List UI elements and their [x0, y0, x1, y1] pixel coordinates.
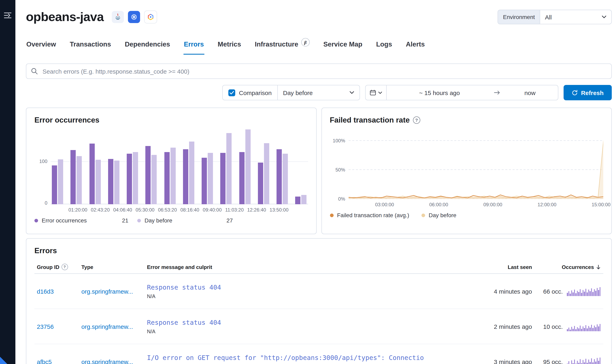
col-last-seen[interactable]: Last seen [431, 264, 532, 270]
spark-bar [598, 326, 599, 331]
col-message: Error message and culprit [147, 264, 427, 270]
bar-current [164, 152, 169, 204]
spark-bar [575, 329, 576, 331]
spark-bar [567, 293, 568, 296]
type-link[interactable]: org.springframew... [81, 288, 143, 295]
bar-current [146, 146, 151, 204]
legend-label: Failed transaction rate (avg.) [337, 212, 409, 218]
failed-rate-panel: Failed transaction rate ? 100% 50% 0% [321, 108, 612, 234]
col-label: Occurrences [562, 264, 594, 270]
group-id-link[interactable]: 23756 [37, 323, 77, 330]
group-id-link[interactable]: d16d3 [37, 288, 77, 295]
spark-bar [575, 293, 576, 296]
type-link[interactable]: org.springframew... [81, 358, 143, 364]
comparison-checkbox-wrap[interactable]: Comparison [223, 85, 278, 100]
environment-filter: Environment All [498, 10, 612, 24]
java-logo-glyph [114, 13, 122, 21]
tab-alerts[interactable]: Alerts [406, 36, 425, 55]
comparison-checkbox[interactable] [228, 89, 235, 96]
tab-label: Overview [26, 40, 56, 48]
occurrences-count: 95 occ. [543, 358, 563, 364]
nav-menu-toggle-button[interactable] [4, 11, 12, 19]
occurrences-cell: 95 occ. [536, 357, 601, 364]
errors-panel: Errors Group ID ? Type Error message and… [26, 238, 612, 364]
spark-bar [592, 292, 593, 296]
bar-group [258, 143, 269, 204]
failed-rate-legend: Failed transaction rate (avg.) Day befor… [330, 212, 603, 218]
date-range-end[interactable]: now [502, 89, 558, 96]
tab-logs[interactable]: Logs [376, 36, 393, 55]
legend-label: Day before [429, 212, 456, 218]
legend-dot [330, 213, 333, 217]
spark-bar [585, 289, 586, 296]
x-tick: 06:00:00 [429, 202, 448, 208]
tab-label: Alerts [406, 40, 425, 48]
spark-bar [600, 287, 601, 296]
spark-bar [582, 360, 583, 364]
table-row: d16d3 org.springframew... Response statu… [34, 274, 603, 309]
bar-current [183, 149, 188, 204]
spark-bar [589, 362, 590, 364]
x-tick: 13:50:00 [270, 207, 288, 213]
tab-dependencies[interactable]: Dependencies [124, 36, 170, 55]
error-search [26, 64, 612, 79]
tab-metrics[interactable]: Metrics [217, 36, 242, 55]
comparison-select[interactable]: Day before [278, 85, 359, 100]
message-cell: Response status 404 N/A [147, 318, 427, 334]
spark-bar [581, 293, 582, 296]
bar-current [52, 165, 57, 204]
spark-bar [585, 359, 586, 364]
tab-errors[interactable]: Errors [183, 36, 204, 55]
occurrences-count: 10 occ. [543, 323, 563, 330]
tab-transactions[interactable]: Transactions [69, 36, 111, 55]
spark-bar [595, 327, 596, 331]
page-header: opbeans-java [26, 0, 612, 26]
bar-group [295, 195, 307, 204]
calendar-icon [370, 89, 376, 96]
bar-group [164, 147, 176, 204]
col-occurrences[interactable]: Occurrences [536, 264, 601, 270]
spark-bar [595, 291, 596, 296]
error-message-link[interactable]: Response status 404 [147, 318, 427, 326]
tab-overview[interactable]: Overview [26, 36, 56, 55]
tab-service-map[interactable]: Service Map [323, 36, 363, 55]
last-seen: 4 minutes ago [431, 288, 532, 295]
help-icon[interactable]: ? [61, 264, 68, 270]
col-group-id: Group ID ? [37, 264, 77, 270]
spark-bar [574, 326, 575, 331]
refresh-button[interactable]: Refresh [564, 85, 612, 100]
help-icon[interactable]: ? [413, 117, 420, 124]
tab-infrastructure[interactable]: Infrastructure β [254, 36, 310, 55]
col-type: Type [81, 264, 143, 270]
legend-item[interactable]: Error occurrences 21 [34, 217, 128, 224]
type-link[interactable]: org.springframew... [81, 323, 143, 330]
bar-previous [77, 156, 82, 204]
error-occurrences-bars [51, 127, 308, 204]
bar-previous [58, 159, 63, 204]
legend-dot [34, 219, 38, 222]
gcp-icon [144, 11, 157, 24]
bar-current [127, 154, 132, 204]
environment-value: All [545, 13, 552, 20]
spark-bar [578, 363, 579, 364]
quick-select-button[interactable] [366, 85, 387, 100]
spark-bar [570, 294, 571, 296]
search-input[interactable] [26, 64, 612, 79]
error-message-link[interactable]: Response status 404 [147, 283, 427, 291]
x-tick: 08:16:40 [180, 207, 199, 213]
legend-item[interactable]: Day before [421, 212, 456, 218]
spark-bar [568, 361, 569, 364]
bar-group [183, 142, 194, 204]
bar-group [276, 149, 288, 204]
date-range-start[interactable]: ~ 15 hours ago [387, 89, 492, 96]
col-label: Last seen [508, 264, 532, 270]
table-row: afbc5 org.springframew... I/O error on G… [34, 344, 603, 364]
environment-select[interactable]: All [540, 10, 611, 24]
legend-item[interactable]: Failed transaction rate (avg.) [330, 212, 409, 218]
legend-item[interactable]: Day before 27 [137, 217, 233, 224]
error-occurrences-title: Error occurrences [34, 115, 308, 125]
error-message-link[interactable]: I/O error on GET request for "http://opb… [147, 354, 427, 361]
message-cell: Response status 404 N/A [147, 283, 427, 299]
group-id-link[interactable]: afbc5 [37, 358, 77, 364]
bar-current [239, 152, 244, 204]
